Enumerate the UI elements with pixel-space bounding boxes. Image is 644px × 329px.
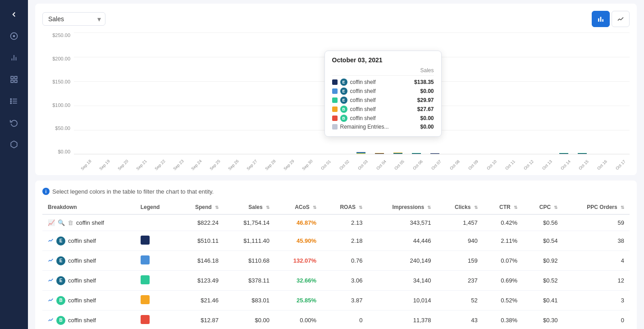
legend-swatch[interactable] xyxy=(141,295,150,304)
dashboard-icon[interactable] xyxy=(5,27,23,45)
bar-group[interactable] xyxy=(426,153,443,154)
back-icon[interactable] xyxy=(5,5,23,23)
clicks-cell: 159 xyxy=(436,251,483,271)
trend-icon[interactable] xyxy=(48,297,54,304)
col-breakdown[interactable]: Breakdown xyxy=(42,200,135,214)
package-icon[interactable] xyxy=(5,135,23,153)
table-row: Ecoffin shelf$510.11$1,111.4045.90%2.184… xyxy=(42,231,630,251)
breakdown-label: coffin shelf xyxy=(68,237,96,244)
x-label: Oct 07 xyxy=(429,157,444,173)
impressions-cell: 44,446 xyxy=(368,231,436,251)
list-icon[interactable] xyxy=(5,92,23,110)
chart-type-toggle xyxy=(592,11,630,27)
legend-swatch[interactable] xyxy=(141,236,150,245)
col-sales[interactable]: Sales ⇅ xyxy=(224,200,275,214)
clicks-cell: 940 xyxy=(436,231,483,251)
breakdown-label: coffin shelf xyxy=(68,317,96,324)
sales-cell: $0.00 xyxy=(224,310,275,329)
impressions-cell: 34,140 xyxy=(368,271,436,291)
acos-cell: 132.07% xyxy=(275,251,322,271)
col-clicks[interactable]: Clicks ⇅ xyxy=(436,200,483,214)
clicks-cell: 43 xyxy=(436,310,483,329)
bar-group[interactable] xyxy=(389,153,406,154)
info-icon: i xyxy=(42,188,50,195)
x-label: Oct 06 xyxy=(410,157,426,173)
data-table: Breakdown Legend Spend ⇅ Sales ⇅ ACoS ⇅ … xyxy=(42,200,630,329)
x-label: Oct 12 xyxy=(521,157,536,173)
col-impressions[interactable]: Impressions ⇅ xyxy=(368,200,436,214)
entity-badge: E xyxy=(56,276,65,285)
y-label-100: $100.00 xyxy=(52,102,70,108)
acos-cell: 32.66% xyxy=(275,271,322,291)
col-roas[interactable]: ROAS ⇅ xyxy=(322,200,368,214)
y-label-250: $250.00 xyxy=(52,32,70,38)
table-row: 📈 🔍 🗑 coffin shelf $822.24$1,754.1446.87… xyxy=(42,214,630,231)
trend-icon[interactable]: 📈 xyxy=(48,219,55,226)
chart-section: Sales ▾ $250.00 $200.00 $150.00 $100.00 xyxy=(35,4,637,175)
tooltip-badge: B xyxy=(340,115,347,122)
bar-group[interactable] xyxy=(555,153,573,154)
x-label: Sep 18 xyxy=(78,157,94,173)
chart-tooltip: October 03, 2021 Sales Ecoffin shelf$138… xyxy=(324,51,442,137)
col-spend[interactable]: Spend ⇅ xyxy=(177,200,224,214)
ctr-cell: 2.11% xyxy=(483,231,523,251)
table-row: Bcoffin shelf$21.46$83.0125.85%3.8710,01… xyxy=(42,291,630,310)
legend-cell[interactable] xyxy=(135,231,177,251)
trend-icon[interactable] xyxy=(48,277,54,284)
legend-swatch[interactable] xyxy=(141,275,150,284)
legend-cell[interactable] xyxy=(135,291,177,310)
history-icon[interactable] xyxy=(5,114,23,132)
breakdown-label: coffin shelf xyxy=(76,219,104,226)
table-row: Ecoffin shelf$123.49$378.1132.66%3.0634,… xyxy=(42,271,630,291)
line-chart-button[interactable] xyxy=(612,11,630,27)
roas-cell: 3.06 xyxy=(322,271,368,291)
impressions-cell: 343,571 xyxy=(368,214,436,231)
legend-swatch[interactable] xyxy=(141,315,150,324)
bar-group[interactable] xyxy=(407,153,425,154)
delete-icon[interactable]: 🗑 xyxy=(68,219,73,226)
bar-group[interactable] xyxy=(371,153,388,154)
entity-badge: B xyxy=(56,296,65,305)
trend-icon[interactable] xyxy=(48,237,54,245)
tooltip-badge: E xyxy=(340,79,347,86)
tooltip-header: Sales xyxy=(332,67,434,76)
x-label: Sep 30 xyxy=(300,157,315,173)
legend-swatch[interactable] xyxy=(141,255,150,264)
col-cpc[interactable]: CPC ⇅ xyxy=(523,200,563,214)
grid-icon[interactable] xyxy=(5,70,23,88)
tooltip-row: Bcoffin shelf$0.00 xyxy=(332,114,434,123)
tooltip-row: Ecoffin shelf$138.35 xyxy=(332,78,434,87)
trend-icon[interactable] xyxy=(48,257,54,264)
bar-chart-button[interactable] xyxy=(592,11,610,27)
acos-cell: 46.87% xyxy=(275,214,322,231)
ctr-cell: 0.52% xyxy=(483,291,523,310)
bar-group[interactable] xyxy=(573,153,591,154)
tooltip-row: Ecoffin shelf$0.00 xyxy=(332,87,434,96)
ppc-orders-cell: 0 xyxy=(563,310,630,329)
x-label: Oct 16 xyxy=(594,157,610,173)
svg-point-1 xyxy=(13,35,15,37)
breakdown-cell: Bcoffin shelf xyxy=(42,291,135,310)
spend-cell: $21.46 xyxy=(177,291,224,310)
sales-cell: $1,111.40 xyxy=(224,231,275,251)
cpc-cell: $0.54 xyxy=(523,231,563,251)
table-row: Bcoffin shelf$12.87$0.000.00%011,378430.… xyxy=(42,310,630,329)
col-acos[interactable]: ACoS ⇅ xyxy=(275,200,322,214)
sales-dropdown[interactable]: Sales xyxy=(42,12,105,26)
legend-cell[interactable] xyxy=(135,251,177,271)
cpc-cell: $0.52 xyxy=(523,271,563,291)
svg-point-13 xyxy=(10,101,11,102)
col-ctr[interactable]: CTR ⇅ xyxy=(483,200,523,214)
x-label: Sep 20 xyxy=(115,157,131,173)
legend-cell[interactable] xyxy=(135,271,177,291)
roas-cell: 0.76 xyxy=(322,251,368,271)
trend-icon[interactable] xyxy=(48,317,54,324)
legend-cell[interactable] xyxy=(135,310,177,329)
col-legend[interactable]: Legend xyxy=(135,200,177,214)
bar-chart-icon[interactable] xyxy=(5,49,23,67)
col-ppc-orders[interactable]: PPC Orders ⇅ xyxy=(563,200,630,214)
bar-group[interactable] xyxy=(352,152,370,154)
ctr-cell: 0.42% xyxy=(483,214,523,231)
search-icon[interactable]: 🔍 xyxy=(58,219,65,226)
svg-rect-16 xyxy=(600,17,602,22)
